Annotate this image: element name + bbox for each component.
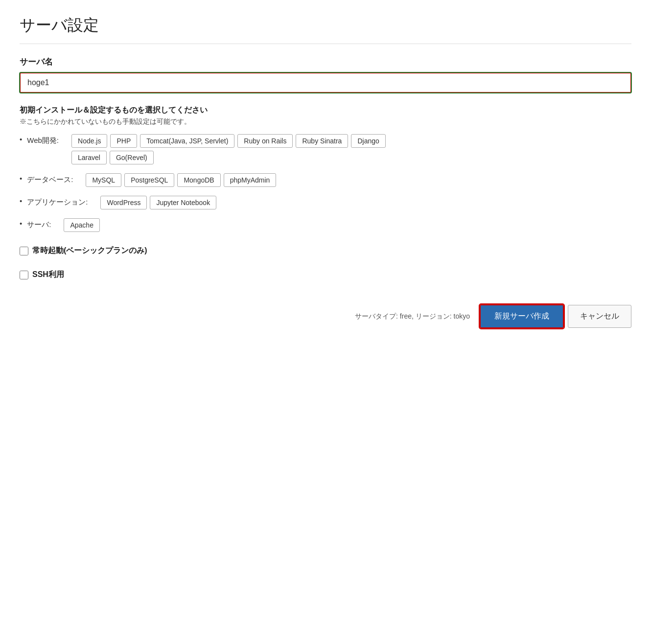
cancel-button[interactable]: キャンセル <box>568 305 631 328</box>
category-label-database: データベース: <box>27 175 73 184</box>
bullet-database <box>20 174 24 183</box>
web-dev-tags-multirow: Node.js PHP Tomcat(Java, JSP, Servlet) R… <box>71 134 386 164</box>
category-database: データベース: MySQL PostgreSQL MongoDB phpMyAd… <box>20 173 631 187</box>
bullet-server <box>20 219 24 228</box>
ssh-row: SSH利用 <box>20 270 631 280</box>
always-on-row: 常時起動(ベーシックプランのみ) <box>20 246 631 256</box>
database-row-1: MySQL PostgreSQL MongoDB phpMyAdmin <box>86 173 276 187</box>
category-label-web-dev: Web開発: <box>27 136 59 145</box>
server-name-label: サーバ名 <box>20 56 631 68</box>
install-title: 初期インストール＆設定するものを選択してください <box>20 105 631 115</box>
tag-wordpress[interactable]: WordPress <box>100 196 147 209</box>
application-row-1: WordPress Jupyter Notebook <box>100 196 216 209</box>
footer: サーバタイプ: free, リージョン: tokyo 新規サーバ作成 キャンセル <box>20 304 631 328</box>
install-note: ※こちらにかかれていないものも手動設定は可能です。 <box>20 117 631 126</box>
category-application: アプリケーション: WordPress Jupyter Notebook <box>20 196 631 209</box>
tag-php[interactable]: PHP <box>110 134 137 148</box>
web-dev-row-1: Node.js PHP Tomcat(Java, JSP, Servlet) R… <box>71 134 386 148</box>
tag-ruby-on-rails[interactable]: Ruby on Rails <box>237 134 293 148</box>
database-tags: MySQL PostgreSQL MongoDB phpMyAdmin <box>86 173 276 187</box>
tag-jupyter[interactable]: Jupyter Notebook <box>150 196 216 209</box>
tag-laravel[interactable]: Laravel <box>71 151 107 164</box>
category-web-dev: Web開発: Node.js PHP Tomcat(Java, JSP, Ser… <box>20 134 631 164</box>
server-info: サーバタイプ: free, リージョン: tokyo <box>355 312 470 321</box>
server-tags: Apache <box>64 218 99 232</box>
tag-apache[interactable]: Apache <box>64 218 99 232</box>
category-label-server: サーバ: <box>27 220 51 230</box>
always-on-label[interactable]: 常時起動(ベーシックプランのみ) <box>32 246 147 256</box>
tag-phpmyadmin[interactable]: phpMyAdmin <box>224 173 277 187</box>
web-dev-row-2: Laravel Go(Revel) <box>71 151 386 164</box>
category-label-application: アプリケーション: <box>27 198 88 207</box>
create-server-button[interactable]: 新規サーバ作成 <box>480 304 564 328</box>
application-tags: WordPress Jupyter Notebook <box>100 196 216 209</box>
tag-mongodb[interactable]: MongoDB <box>177 173 220 187</box>
tag-mysql[interactable]: MySQL <box>86 173 121 187</box>
web-dev-tags: Node.js PHP Tomcat(Java, JSP, Servlet) R… <box>71 134 386 164</box>
tag-django[interactable]: Django <box>351 134 385 148</box>
server-row-1: Apache <box>64 218 99 232</box>
server-name-input[interactable] <box>20 72 631 93</box>
tag-postgresql[interactable]: PostgreSQL <box>124 173 174 187</box>
ssh-checkbox[interactable] <box>20 271 28 279</box>
tag-tomcat[interactable]: Tomcat(Java, JSP, Servlet) <box>140 134 234 148</box>
bullet-application <box>20 197 24 205</box>
category-server: サーバ: Apache <box>20 218 631 232</box>
page-title: サーバ設定 <box>20 15 631 44</box>
bullet-web-dev <box>20 135 24 143</box>
tag-nodejs[interactable]: Node.js <box>71 134 107 148</box>
ssh-label[interactable]: SSH利用 <box>32 270 64 280</box>
tag-go-revel[interactable]: Go(Revel) <box>110 151 154 164</box>
always-on-checkbox[interactable] <box>20 247 28 255</box>
button-group: 新規サーバ作成 キャンセル <box>480 304 631 328</box>
tag-ruby-sinatra[interactable]: Ruby Sinatra <box>296 134 348 148</box>
